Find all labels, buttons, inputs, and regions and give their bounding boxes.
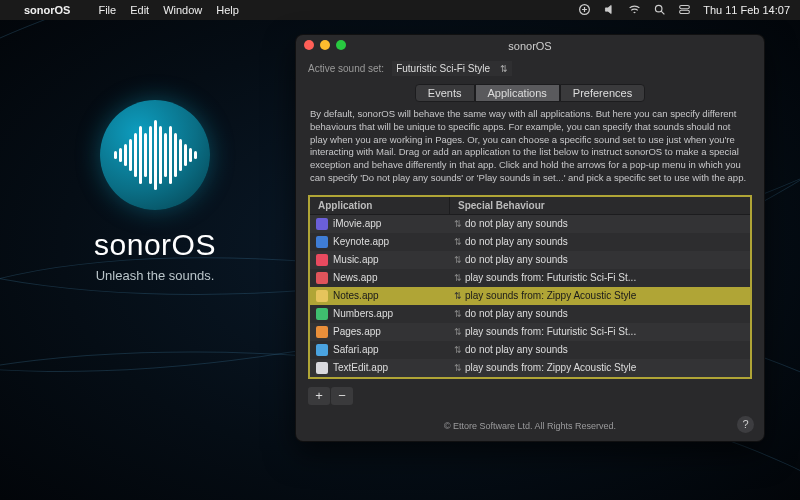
- table-row[interactable]: News.app⇅play sounds from: Futuristic Sc…: [310, 269, 750, 287]
- logo-wave-bar: [139, 126, 142, 184]
- behaviour-text: do not play any sounds: [465, 344, 568, 355]
- behaviour-text: play sounds from: Zippy Acoustic Style: [465, 362, 636, 373]
- app-name: News.app: [333, 272, 377, 283]
- control-center-icon[interactable]: [678, 3, 691, 18]
- tab-applications[interactable]: Applications: [475, 84, 560, 102]
- search-icon[interactable]: [653, 3, 666, 18]
- menubar-app-name[interactable]: sonorOS: [24, 4, 70, 16]
- app-icon: [316, 236, 328, 248]
- behaviour-popup-icon[interactable]: ⇅: [454, 237, 462, 247]
- logo-wave-bar: [194, 151, 197, 159]
- table-row[interactable]: iMovie.app⇅do not play any sounds: [310, 215, 750, 233]
- logo-wave-bar: [114, 151, 117, 159]
- table-row[interactable]: Numbers.app⇅do not play any sounds: [310, 305, 750, 323]
- table-row[interactable]: Music.app⇅do not play any sounds: [310, 251, 750, 269]
- logo-wave-bar: [134, 133, 137, 177]
- behaviour-text: do not play any sounds: [465, 218, 568, 229]
- table-row[interactable]: Notes.app⇅play sounds from: Zippy Acoust…: [310, 287, 750, 305]
- app-icon: [316, 362, 328, 374]
- table-row[interactable]: Safari.app⇅do not play any sounds: [310, 341, 750, 359]
- zoom-button[interactable]: [336, 40, 346, 50]
- soundset-select[interactable]: Futuristic Sci-Fi Style: [392, 61, 512, 76]
- table-row[interactable]: TextEdit.app⇅play sounds from: Zippy Aco…: [310, 359, 750, 377]
- help-button[interactable]: ?: [737, 416, 754, 433]
- logo-wave-bar: [129, 139, 132, 171]
- tab-events[interactable]: Events: [415, 84, 475, 102]
- footer-copyright: © Ettore Software Ltd. All Rights Reserv…: [444, 421, 616, 431]
- logo-wave-bar: [154, 120, 157, 190]
- column-header-application[interactable]: Application: [310, 197, 450, 214]
- column-header-behaviour[interactable]: Special Behaviour: [450, 197, 750, 214]
- behaviour-popup-icon[interactable]: ⇅: [454, 327, 462, 337]
- logo-wave-bar: [164, 133, 167, 177]
- close-button[interactable]: [304, 40, 314, 50]
- behaviour-text: play sounds from: Futuristic Sci-Fi St..…: [465, 272, 636, 283]
- svg-point-1: [656, 5, 663, 12]
- logo-wave-bar: [149, 126, 152, 184]
- behaviour-popup-icon[interactable]: ⇅: [454, 291, 462, 301]
- app-name: Notes.app: [333, 290, 379, 301]
- wifi-icon[interactable]: [628, 3, 641, 18]
- menu-edit[interactable]: Edit: [130, 4, 149, 16]
- app-icon: [316, 326, 328, 338]
- behaviour-text: do not play any sounds: [465, 254, 568, 265]
- status-icon-1[interactable]: [578, 3, 591, 18]
- app-name: Pages.app: [333, 326, 381, 337]
- logo-wave-bar: [184, 144, 187, 166]
- tab-bar: EventsApplicationsPreferences: [296, 84, 764, 102]
- app-name: Keynote.app: [333, 236, 389, 247]
- app-name: TextEdit.app: [333, 362, 388, 373]
- table-row[interactable]: Keynote.app⇅do not play any sounds: [310, 233, 750, 251]
- app-name: Safari.app: [333, 344, 379, 355]
- remove-button[interactable]: −: [331, 387, 353, 405]
- menu-help[interactable]: Help: [216, 4, 239, 16]
- titlebar[interactable]: sonorOS: [296, 35, 764, 57]
- behaviour-text: play sounds from: Futuristic Sci-Fi St..…: [465, 326, 636, 337]
- volume-icon[interactable]: [603, 3, 616, 18]
- tab-preferences[interactable]: Preferences: [560, 84, 645, 102]
- behaviour-popup-icon[interactable]: ⇅: [454, 363, 462, 373]
- logo-wave-bar: [179, 139, 182, 171]
- behaviour-text: play sounds from: Zippy Acoustic Style: [465, 290, 636, 301]
- applications-table: Application Special Behaviour iMovie.app…: [308, 195, 752, 379]
- logo-wave-bar: [144, 133, 147, 177]
- behaviour-popup-icon[interactable]: ⇅: [454, 219, 462, 229]
- soundset-label: Active sound set:: [308, 63, 384, 74]
- menubar-clock[interactable]: Thu 11 Feb 14:07: [703, 4, 790, 16]
- behaviour-text: do not play any sounds: [465, 308, 568, 319]
- behaviour-text: do not play any sounds: [465, 236, 568, 247]
- app-name: Numbers.app: [333, 308, 393, 319]
- brand-panel: sonorOS Unleash the sounds.: [45, 100, 265, 283]
- behaviour-popup-icon[interactable]: ⇅: [454, 273, 462, 283]
- description-text: By default, sonorOS will behave the same…: [296, 108, 764, 195]
- menu-file[interactable]: File: [98, 4, 116, 16]
- behaviour-popup-icon[interactable]: ⇅: [454, 255, 462, 265]
- logo-wave-bar: [159, 126, 162, 184]
- window-title: sonorOS: [508, 40, 551, 52]
- app-icon: [316, 272, 328, 284]
- behaviour-popup-icon[interactable]: ⇅: [454, 309, 462, 319]
- add-button[interactable]: +: [308, 387, 330, 405]
- preferences-window: sonorOS Active sound set: Futuristic Sci…: [295, 34, 765, 442]
- app-icon: [316, 344, 328, 356]
- table-row[interactable]: Pages.app⇅play sounds from: Futuristic S…: [310, 323, 750, 341]
- behaviour-popup-icon[interactable]: ⇅: [454, 345, 462, 355]
- brand-title: sonorOS: [94, 228, 216, 262]
- minimize-button[interactable]: [320, 40, 330, 50]
- app-name: iMovie.app: [333, 218, 381, 229]
- svg-rect-3: [680, 10, 690, 13]
- menu-window[interactable]: Window: [163, 4, 202, 16]
- logo-wave-bar: [189, 148, 192, 162]
- app-logo: [100, 100, 210, 210]
- app-icon: [316, 308, 328, 320]
- app-icon: [316, 290, 328, 302]
- logo-wave-bar: [169, 126, 172, 184]
- menubar: sonorOS FileEditWindowHelp Thu 11 Feb 14…: [0, 0, 800, 20]
- svg-rect-2: [680, 5, 690, 8]
- logo-wave-bar: [124, 144, 127, 166]
- app-icon: [316, 254, 328, 266]
- brand-tagline: Unleash the sounds.: [96, 268, 215, 283]
- app-icon: [316, 218, 328, 230]
- logo-wave-bar: [174, 133, 177, 177]
- logo-wave-bar: [119, 148, 122, 162]
